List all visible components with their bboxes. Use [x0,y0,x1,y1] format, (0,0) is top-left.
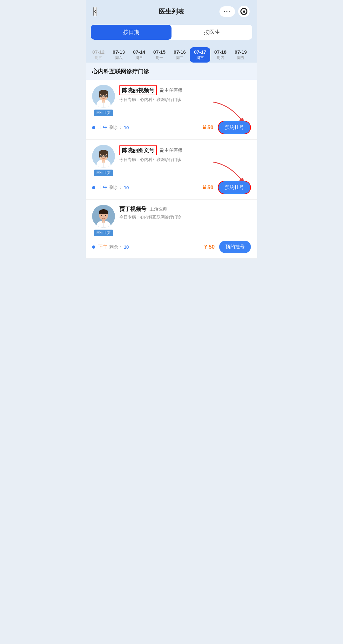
svg-point-11 [105,96,106,97]
doctor-title-2: 副主任医师 [160,148,182,153]
remaining-label-1: 剩余： [109,125,123,131]
more-button[interactable]: ··· [219,6,235,17]
section-header: 心内科互联网诊疗门诊 [86,63,257,80]
doctor-title-1: 副主任医师 [160,88,182,93]
book-btn-3[interactable]: 预约挂号 [219,241,251,253]
svg-rect-20 [107,153,108,158]
remaining-num-2: 10 [124,185,129,190]
svg-rect-5 [99,93,100,97]
date-07-19[interactable]: 07-19 周五 [231,47,251,63]
date-07-14[interactable]: 07-14 周日 [129,47,149,63]
price-3: ¥ 50 [204,244,215,250]
target-icon [240,8,247,15]
time-label-2: 上午 [98,184,107,191]
remaining-label-2: 剩余： [109,185,123,191]
date-07-13[interactable]: 07-13 周六 [109,47,129,63]
doctor-card-jiading: 医生主页 贾丁视频号 主治医师 今日专病：心内科互联网诊疗门诊 下午 剩余： 1… [86,200,257,258]
doctor-name-2: 陈晓丽图文号 [119,145,157,155]
doctor-title-3: 主治医师 [150,206,167,212]
header: ‹ 医生列表 ··· [86,0,257,22]
remaining-label-3: 剩余： [109,244,123,250]
svg-point-18 [99,150,108,155]
doctor-name-row-2: 陈晓丽图文号 副主任医师 [119,145,251,155]
tab-by-date[interactable]: 按日期 [91,25,172,40]
svg-point-37 [103,217,104,217]
svg-rect-19 [99,153,100,158]
tab-by-doctor[interactable]: 按医生 [172,25,252,40]
doctor-specialty-3: 今日专病：心内科互联网诊疗门诊 [119,214,251,220]
tab-container: 按日期 按医生 [91,25,252,40]
page-title: 医生列表 [159,7,184,16]
svg-point-24 [101,156,102,157]
doctor-top: 医生主页 陈晓丽视频号 副主任医师 今日专病：心内科互联网诊疗门诊 [92,85,251,116]
appt-row-3: 下午 剩余： 10 ¥ 50 预约挂号 [92,241,251,253]
doctor-info-3: 贾丁视频号 主治医师 今日专病：心内科互联网诊疗门诊 [119,205,251,220]
doctor-top-3: 医生主页 贾丁视频号 主治医师 今日专病：心内科互联网诊疗门诊 [92,205,251,236]
section-title: 心内科互联网诊疗门诊 [92,68,149,75]
date-strip: 07-12 周五 07-13 周六 07-14 周日 07-15 周一 07-1… [86,47,257,63]
avatar-wrapper-3: 医生主页 [92,205,115,236]
doctor-name-row-1: 陈晓丽视频号 副主任医师 [119,85,251,95]
date-strip-wrapper: 07-12 周五 07-13 周六 07-14 周日 07-15 周一 07-1… [86,44,257,63]
time-label-3: 下午 [98,244,107,250]
time-label-1: 上午 [98,124,107,131]
appt-row-2: 上午 剩余： 10 ¥ 50 预约挂号 [92,181,251,194]
header-actions: ··· [219,6,250,17]
doctor-card-chen-video: 医生主页 陈晓丽视频号 副主任医师 今日专病：心内科互联网诊疗门诊 上午 [86,80,257,140]
svg-point-35 [101,215,102,216]
doctor-info-2: 陈晓丽图文号 副主任医师 今日专病：心内科互联网诊疗门诊 [119,145,251,163]
appt-row-1: 上午 剩余： 10 ¥ 50 预约挂号 [92,121,251,134]
dot-1 [92,126,95,129]
remaining-num-1: 10 [124,125,129,130]
svg-rect-33 [99,212,100,214]
avatar-wrapper-2: 医生主页 [92,145,115,176]
avatar-chen-video [92,85,115,108]
doc-home-btn-3[interactable]: 医生主页 [94,230,113,236]
svg-point-4 [99,90,108,95]
svg-point-10 [101,96,102,97]
doctor-top-2: 医生主页 陈晓丽图文号 副主任医师 今日专病：心内科互联网诊疗门诊 [92,145,251,176]
target-button[interactable] [238,6,250,17]
svg-point-36 [105,215,106,216]
price-1: ¥ 50 [203,124,213,131]
svg-rect-6 [107,93,108,97]
date-07-18[interactable]: 07-18 周四 [210,47,231,63]
book-btn-1[interactable]: 预约挂号 [218,121,251,134]
doctor-name-row-3: 贾丁视频号 主治医师 [119,205,251,213]
svg-point-25 [105,156,106,157]
dot-2 [92,186,95,189]
dot-3 [92,245,95,249]
remaining-num-3: 10 [124,245,129,250]
doctor-specialty-2: 今日专病：心内科互联网诊疗门诊 [119,157,251,163]
doctor-name-1: 陈晓丽视频号 [119,85,157,95]
content-area: 心内科互联网诊疗门诊 [86,63,257,258]
svg-point-32 [99,209,108,214]
doc-home-btn-2[interactable]: 医生主页 [94,170,113,176]
svg-rect-34 [107,212,108,214]
doctor-name-3: 贾丁视频号 [119,205,146,213]
avatar-wrapper-1: 医生主页 [92,85,115,116]
doctor-info-1: 陈晓丽视频号 副主任医师 今日专病：心内科互联网诊疗门诊 [119,85,251,103]
price-2: ¥ 50 [203,184,213,191]
doctor-specialty-1: 今日专病：心内科互联网诊疗门诊 [119,97,251,103]
date-07-12[interactable]: 07-12 周五 [88,47,109,63]
book-btn-2[interactable]: 预约挂号 [218,181,251,194]
date-07-15[interactable]: 07-15 周一 [149,47,170,63]
avatar-jiading [92,205,115,228]
date-07-17[interactable]: 07-17 周三 [190,47,210,63]
doc-home-btn-1[interactable]: 医生主页 [94,110,113,116]
doctor-card-chen-text: 医生主页 陈晓丽图文号 副主任医师 今日专病：心内科互联网诊疗门诊 上午 [86,140,257,200]
date-07-16[interactable]: 07-16 周二 [170,47,190,63]
tab-bar: 按日期 按医生 [86,22,257,44]
avatar-chen-text [92,145,115,168]
back-button[interactable]: ‹ [93,7,97,16]
